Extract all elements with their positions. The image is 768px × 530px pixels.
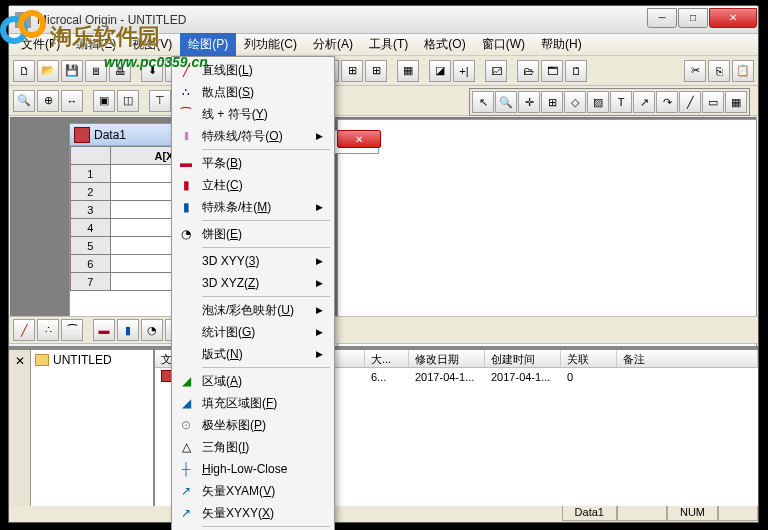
menu-item-line-sym[interactable]: ⁀线 + 符号(Y) bbox=[174, 103, 332, 125]
spbar-icon: ▮ bbox=[174, 196, 198, 218]
new-notes-icon[interactable]: ⊞ bbox=[365, 60, 387, 82]
new-icon[interactable]: 🗋 bbox=[13, 60, 35, 82]
minimize-button[interactable]: ─ bbox=[647, 8, 677, 28]
data-selector-icon[interactable]: ◇ bbox=[564, 91, 586, 113]
row-header[interactable]: 5 bbox=[71, 237, 111, 255]
col-create[interactable]: 创建时间 bbox=[485, 350, 561, 367]
pie-plot-icon[interactable]: ◔ bbox=[141, 319, 163, 341]
menu-help[interactable]: 帮助(H) bbox=[533, 33, 590, 56]
col-link[interactable]: 关联 bbox=[561, 350, 617, 367]
save-icon[interactable]: 💾 bbox=[61, 60, 83, 82]
menu-item-area[interactable]: ◢区域(A) bbox=[174, 370, 332, 392]
menu-item-special[interactable]: ⦀特殊线/符号(O)▶ bbox=[174, 125, 332, 147]
rescan-icon[interactable]: ◪ bbox=[429, 60, 451, 82]
menu-item-hlc[interactable]: ┼High-Low-Close bbox=[174, 458, 332, 480]
menu-item-tern[interactable]: △三角图(I) bbox=[174, 436, 332, 458]
folder-tree[interactable]: UNTITLED bbox=[31, 350, 155, 506]
line-symbol-icon[interactable]: ⁀ bbox=[61, 319, 83, 341]
menu-item-bubble[interactable]: 泡沫/彩色映射(U)▶ bbox=[174, 299, 332, 321]
row-header[interactable]: 1 bbox=[71, 165, 111, 183]
line-plot-icon[interactable]: ╱ bbox=[13, 319, 35, 341]
enlarge-icon[interactable]: ⊕ bbox=[37, 90, 59, 112]
menu-item-farea[interactable]: ◢填充区域图(F) bbox=[174, 392, 332, 414]
results-icon[interactable]: 🗠 bbox=[485, 60, 507, 82]
rect-tool-icon[interactable]: ▭ bbox=[702, 91, 724, 113]
addcol-icon[interactable]: +| bbox=[453, 60, 475, 82]
text-tool-icon[interactable]: T bbox=[610, 91, 632, 113]
menu-item-scatter[interactable]: ∴散点图(S) bbox=[174, 81, 332, 103]
col-mod[interactable]: 修改日期 bbox=[409, 350, 485, 367]
arrow-tool-icon[interactable]: ↗ bbox=[633, 91, 655, 113]
pointer-icon[interactable]: ↖ bbox=[472, 91, 494, 113]
menu-analysis[interactable]: 分析(A) bbox=[305, 33, 361, 56]
screen-reader-icon[interactable]: ⊞ bbox=[541, 91, 563, 113]
explorer-tab[interactable]: ✕ bbox=[9, 350, 31, 506]
menu-item-label: 平条(B) bbox=[198, 155, 316, 172]
row-header[interactable]: 6 bbox=[71, 255, 111, 273]
3dxyz-icon bbox=[174, 272, 198, 294]
cut-icon[interactable]: ✂ bbox=[684, 60, 706, 82]
menu-item-label: High-Low-Close bbox=[198, 462, 316, 476]
pie-icon: ◔ bbox=[174, 223, 198, 245]
new-matrix-icon[interactable]: ⊞ bbox=[341, 60, 363, 82]
menu-item-vxyam[interactable]: ↗矢量XYAM(V) bbox=[174, 480, 332, 502]
col-size[interactable]: 大... bbox=[365, 350, 409, 367]
menu-item-spbar[interactable]: ▮特殊条/柱(M)▶ bbox=[174, 196, 332, 218]
layout-icon[interactable]: ▦ bbox=[397, 60, 419, 82]
scatter-plot-icon[interactable]: ∴ bbox=[37, 319, 59, 341]
column-plot-icon[interactable]: ▮ bbox=[117, 319, 139, 341]
menu-item-label: 填充区域图(F) bbox=[198, 395, 316, 412]
magnify-icon[interactable]: 🔍 bbox=[495, 91, 517, 113]
row-header[interactable]: 4 bbox=[71, 219, 111, 237]
explorer-icon[interactable]: 🗔 bbox=[541, 60, 563, 82]
menu-item-pie[interactable]: ◔饼图(E) bbox=[174, 223, 332, 245]
col-note[interactable]: 备注 bbox=[617, 350, 758, 367]
panel-icon bbox=[174, 343, 198, 365]
menu-item-3dxyz[interactable]: 3D XYZ(Z)▶ bbox=[174, 272, 332, 294]
zoom-icon[interactable]: 🔍 bbox=[13, 90, 35, 112]
scatter-icon: ∴ bbox=[174, 81, 198, 103]
menu-column[interactable]: 列功能(C) bbox=[236, 33, 305, 56]
line-tool-icon[interactable]: ╱ bbox=[679, 91, 701, 113]
notes-icon[interactable]: 🗒 bbox=[565, 60, 587, 82]
menu-item-vbar[interactable]: ▮立柱(C) bbox=[174, 174, 332, 196]
menu-item-3dxyy[interactable]: 3D XYY(3)▶ bbox=[174, 250, 332, 272]
menu-item-hbar[interactable]: ▬平条(B) bbox=[174, 152, 332, 174]
add-top-icon[interactable]: ⊤ bbox=[149, 90, 171, 112]
project-explorer: ✕ UNTITLED 文件名 大... 修改日期 创建时间 关联 备注 Data… bbox=[9, 348, 758, 506]
menu-plot[interactable]: 绘图(P) bbox=[180, 33, 236, 56]
menu-item-vxyxy[interactable]: ↗矢量XYXY(X) bbox=[174, 502, 332, 524]
extract-icon[interactable]: ◫ bbox=[117, 90, 139, 112]
copy-icon[interactable]: ⎘ bbox=[708, 60, 730, 82]
paste-icon[interactable]: 📋 bbox=[732, 60, 754, 82]
menu-window[interactable]: 窗口(W) bbox=[474, 33, 533, 56]
maximize-button[interactable]: □ bbox=[678, 8, 708, 28]
tree-root-item[interactable]: UNTITLED bbox=[33, 352, 151, 368]
menu-item-polar[interactable]: ⊙极坐标图(P) bbox=[174, 414, 332, 436]
item-link: 0 bbox=[561, 370, 617, 384]
rescale-icon[interactable]: ↔ bbox=[61, 90, 83, 112]
row-header[interactable]: 7 bbox=[71, 273, 111, 291]
layer-icon[interactable]: ▣ bbox=[93, 90, 115, 112]
hlc-icon: ┼ bbox=[174, 458, 198, 480]
child-close-button[interactable]: ✕ bbox=[337, 130, 381, 148]
3dxyy-icon bbox=[174, 250, 198, 272]
menu-item-label: 3D XYZ(Z) bbox=[198, 276, 316, 290]
menu-item-panel[interactable]: 版式(N)▶ bbox=[174, 343, 332, 365]
project-icon[interactable]: 🗁 bbox=[517, 60, 539, 82]
curved-arrow-icon[interactable]: ↷ bbox=[656, 91, 678, 113]
mask-icon[interactable]: ▨ bbox=[587, 91, 609, 113]
close-button[interactable]: ✕ bbox=[709, 8, 757, 28]
row-header[interactable]: 3 bbox=[71, 201, 111, 219]
menu-format[interactable]: 格式(O) bbox=[416, 33, 473, 56]
menu-item-stat[interactable]: 统计图(G)▶ bbox=[174, 321, 332, 343]
farea-icon: ◢ bbox=[174, 392, 198, 414]
menu-item-label: 直线图(L) bbox=[198, 62, 316, 79]
bar-plot-icon[interactable]: ▬ bbox=[93, 319, 115, 341]
data-reader-icon[interactable]: ✛ bbox=[518, 91, 540, 113]
submenu-arrow-icon: ▶ bbox=[316, 349, 326, 359]
menu-tools[interactable]: 工具(T) bbox=[361, 33, 416, 56]
row-header[interactable]: 2 bbox=[71, 183, 111, 201]
open-icon[interactable]: 📂 bbox=[37, 60, 59, 82]
region-tool-icon[interactable]: ▦ bbox=[725, 91, 747, 113]
